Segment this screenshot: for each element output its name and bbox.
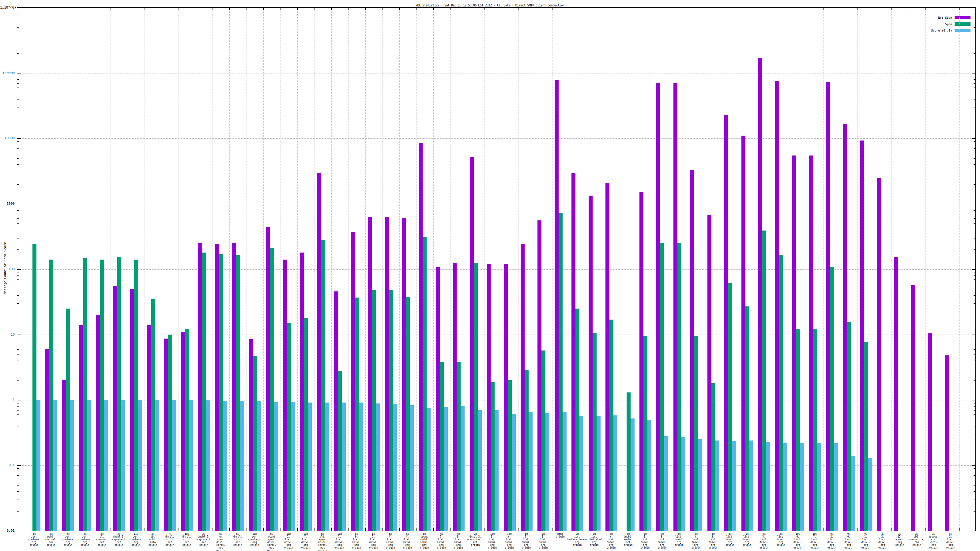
bar-score bbox=[274, 402, 278, 531]
y-minor-tick bbox=[974, 434, 975, 434]
bar-spam bbox=[304, 318, 308, 531]
y-minor-tick bbox=[974, 119, 975, 119]
bar-spam bbox=[796, 329, 800, 531]
bar-not-spam bbox=[470, 157, 474, 531]
x-gridline bbox=[263, 8, 264, 531]
x-bottom-tick bbox=[247, 528, 247, 531]
x-gridline bbox=[501, 8, 501, 531]
bar-spam bbox=[321, 240, 325, 531]
x-gridline bbox=[416, 8, 417, 531]
bar-score bbox=[342, 403, 346, 531]
x-axis-group-label-line: 2. bbox=[939, 535, 963, 538]
x-top-tick bbox=[705, 8, 705, 10]
y-minor-tick bbox=[974, 249, 975, 250]
bar-score bbox=[70, 400, 74, 531]
bar-not-spam bbox=[436, 267, 440, 531]
y-minor-tick bbox=[17, 275, 19, 276]
bar-spam bbox=[66, 308, 70, 531]
x-axis-group-label-line: origin bbox=[650, 546, 675, 549]
x-bottom-tick bbox=[77, 528, 77, 531]
y-minor-tick bbox=[17, 485, 19, 486]
x-gridline bbox=[756, 8, 756, 531]
y-minor-tick bbox=[974, 42, 975, 42]
bar-not-spam bbox=[605, 183, 609, 531]
x-top-tick bbox=[247, 8, 247, 10]
x-bottom-tick bbox=[196, 528, 196, 531]
y-major-tick bbox=[972, 138, 975, 139]
x-gridline bbox=[908, 8, 909, 531]
bar-score bbox=[715, 440, 719, 531]
y-minor-tick bbox=[17, 511, 19, 511]
legend-swatch-score bbox=[955, 29, 970, 32]
bar-spam bbox=[270, 248, 274, 531]
bar-score bbox=[206, 400, 210, 531]
bar-not-spam bbox=[45, 349, 49, 531]
y-minor-tick bbox=[17, 406, 19, 407]
y-minor-tick bbox=[974, 369, 975, 369]
x-bottom-tick bbox=[484, 528, 485, 531]
x-gridline bbox=[60, 8, 60, 531]
x-bottom-tick bbox=[60, 528, 60, 531]
y-major-tick bbox=[17, 73, 21, 73]
x-gridline bbox=[145, 8, 145, 531]
x-top-tick bbox=[229, 8, 230, 10]
x-gridline bbox=[535, 8, 535, 531]
y-minor-tick bbox=[17, 338, 19, 338]
legend-swatch-not-spam bbox=[955, 16, 970, 19]
y-minor-tick bbox=[17, 345, 19, 345]
y-minor-tick bbox=[17, 87, 19, 88]
x-gridline bbox=[552, 8, 552, 531]
bar-spam bbox=[762, 230, 766, 531]
bar-score bbox=[766, 442, 770, 531]
x-bottom-tick bbox=[263, 528, 264, 531]
x-bottom-tick bbox=[705, 528, 705, 531]
y-minor-tick bbox=[974, 148, 975, 149]
x-gridline bbox=[315, 8, 315, 531]
y-minor-tick bbox=[974, 14, 975, 14]
y-tick-label: 1000 bbox=[0, 202, 15, 205]
y-major-tick bbox=[972, 73, 975, 73]
x-axis-group-label-line: origin bbox=[259, 549, 284, 551]
bar-not-spam bbox=[283, 260, 287, 531]
y-minor-tick bbox=[17, 53, 19, 54]
x-axis-group-label-line: 5@ bbox=[939, 533, 963, 535]
bar-score bbox=[155, 400, 159, 531]
y-major-tick bbox=[17, 8, 21, 8]
bar-spam bbox=[32, 244, 37, 531]
bar-spam bbox=[779, 255, 783, 531]
y-minor-tick bbox=[974, 354, 975, 354]
legend-label: Not Spam bbox=[938, 16, 952, 19]
y-minor-tick bbox=[974, 403, 975, 403]
bar-spam bbox=[83, 258, 87, 531]
y-minor-tick bbox=[17, 284, 19, 284]
y-minor-tick bbox=[17, 153, 19, 153]
x-top-tick bbox=[518, 8, 519, 10]
bar-not-spam bbox=[351, 232, 355, 531]
bar-not-spam bbox=[317, 173, 321, 531]
x-bottom-tick bbox=[875, 528, 875, 531]
x-top-tick bbox=[807, 8, 807, 10]
x-top-tick bbox=[535, 8, 535, 10]
legend-swatch-spam bbox=[955, 22, 970, 26]
y-major-tick bbox=[17, 400, 21, 400]
x-axis-group-label: 5@2.list.dnswl.orgorigin bbox=[939, 533, 963, 549]
y-minor-tick bbox=[974, 480, 975, 480]
bar-score bbox=[868, 458, 872, 531]
x-top-tick bbox=[671, 8, 671, 10]
x-top-tick bbox=[891, 8, 892, 10]
y-minor-tick bbox=[974, 79, 975, 79]
x-bottom-tick bbox=[518, 528, 519, 531]
bar-not-spam bbox=[147, 325, 151, 531]
bar-not-spam bbox=[504, 264, 508, 531]
bar-score bbox=[240, 401, 244, 531]
bar-not-spam bbox=[589, 195, 593, 531]
x-gridline bbox=[247, 8, 247, 531]
bar-spam bbox=[134, 260, 138, 531]
x-bottom-tick bbox=[908, 528, 909, 531]
y-major-tick bbox=[17, 269, 21, 270]
y-minor-tick bbox=[974, 275, 975, 276]
bar-score bbox=[613, 415, 617, 531]
bar-not-spam bbox=[266, 227, 270, 531]
x-top-tick bbox=[399, 8, 400, 10]
y-major-tick bbox=[17, 204, 21, 204]
